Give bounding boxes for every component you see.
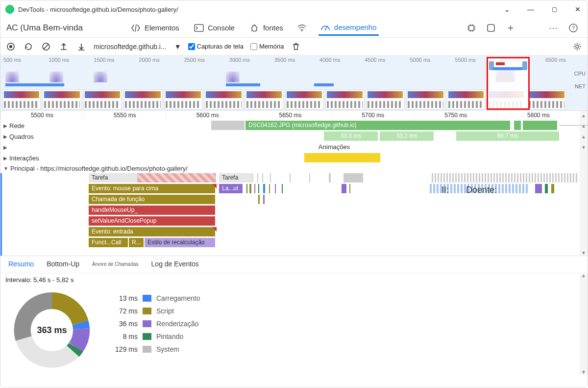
trash-button[interactable]: [291, 41, 301, 52]
track-animations[interactable]: ▶ Animações ▼: [0, 142, 588, 153]
scroll-down[interactable]: ▼: [581, 369, 586, 375]
legend-swatch: [143, 320, 151, 327]
chevron-down-icon[interactable]: ⌄: [502, 5, 512, 13]
legend-swatch: [143, 308, 151, 314]
legend-ms: 13 ms: [108, 294, 138, 302]
tab-network-icon-only[interactable]: [296, 21, 308, 35]
task-bar[interactable]: Tarefa: [89, 173, 138, 182]
tick: 3500 ms: [271, 57, 317, 65]
screenshots-input[interactable]: [188, 43, 195, 50]
tab-elements[interactable]: Elementos: [129, 21, 181, 35]
legend-swatch: [143, 295, 151, 302]
expand-icon[interactable]: ▶: [3, 155, 7, 161]
track-network[interactable]: ▶Rede DSC04162.JPG (microsoftedge.github…: [0, 120, 588, 131]
track-interactions[interactable]: ▶Interações: [0, 153, 588, 163]
network-item[interactable]: [514, 121, 521, 130]
overview-timeline[interactable]: 500 ms 1000 ms 1500 ms 2000 ms 2500 ms 3…: [0, 55, 588, 110]
thumbnail: [2, 90, 41, 109]
event-bar[interactable]: Evento: mouse para cima: [89, 184, 215, 193]
network-item[interactable]: DSC04162.JPG (microsoftedge.github.io): [245, 121, 510, 130]
thumbnail: [164, 90, 202, 109]
call-bar[interactable]: Chamada de função: [89, 195, 215, 204]
layout-bar[interactable]: La...ut: [219, 184, 243, 193]
expand-icon[interactable]: ▶: [3, 134, 7, 139]
close-button[interactable]: ✕: [573, 5, 583, 13]
fn-bar[interactable]: Funct...Call: [89, 238, 128, 247]
scroll-up[interactable]: ▲: [580, 131, 588, 142]
legend-label: Renderização: [156, 320, 198, 328]
memory-input[interactable]: [250, 43, 257, 50]
minimize-button[interactable]: —: [526, 5, 536, 13]
legend-ms: 8 ms: [108, 333, 138, 340]
reload-button[interactable]: [23, 41, 34, 52]
maximize-button[interactable]: ▢: [549, 6, 559, 13]
ruler-tick: 5750 ms: [414, 111, 497, 120]
event-bar[interactable]: Evento: entrada: [89, 227, 215, 236]
scroll-up[interactable]: ▲: [580, 110, 588, 120]
recalc-bar[interactable]: Estilo de recalculação: [145, 238, 215, 247]
track-main-header[interactable]: ▼Principal - https://microsoftedge.githu…: [0, 163, 588, 173]
tick: 1500 ms: [91, 57, 136, 65]
flame-chart[interactable]: Tarefa Tarefa Evento: mouse para cima La…: [89, 173, 580, 256]
task-bar[interactable]: Tarefa: [219, 173, 253, 182]
frame-bar[interactable]: 66.7 ms: [456, 131, 559, 141]
tab-performance[interactable]: desempenho: [318, 20, 379, 36]
svg-rect-4: [469, 26, 474, 30]
fn-bar[interactable]: setValueAndClosePopup: [89, 216, 215, 226]
screenshots-checkbox[interactable]: Capturas de tela: [188, 43, 244, 50]
ruler-tick: 5800 ms: [497, 111, 580, 120]
expand-icon[interactable]: ▶: [3, 123, 7, 129]
collapse-icon[interactable]: ▼: [3, 166, 8, 171]
tab-group: Elementos Console fontes desempenho: [129, 20, 466, 36]
legend-label: Script: [156, 307, 174, 315]
tab-resumo[interactable]: Resumo: [8, 260, 34, 269]
recording-picker[interactable]: microsoftedge.github.i... ▼: [94, 43, 181, 51]
memory-checkbox[interactable]: Memória: [250, 43, 284, 50]
track-frames[interactable]: ▶Quadros 33.3 ms 33.2 ms 66.7 ms ▲: [0, 131, 588, 142]
svg-point-2: [301, 30, 302, 31]
scroll-down[interactable]: ▼: [580, 173, 588, 256]
expand-icon[interactable]: ▶: [3, 145, 7, 150]
overview-selection[interactable]: [487, 57, 530, 110]
tab-bottomup[interactable]: Bottom-Up: [47, 260, 79, 269]
tick: 1000 ms: [46, 57, 91, 65]
tab-label: desempenho: [334, 23, 377, 31]
tab-calltree[interactable]: Árvore de Chamadas: [92, 261, 139, 268]
console-icon: [194, 24, 204, 32]
thumbnail: [406, 90, 444, 109]
summary-body: 363 ms 13 msCarregamento 72 msScript 36 …: [0, 286, 588, 372]
frame-bar[interactable]: 33.2 ms: [380, 131, 434, 141]
interval-label: Intervalo: 5,46 s - 5,82 s: [0, 273, 588, 286]
thumbnail: [366, 90, 404, 109]
tick: 6500 ms: [542, 57, 588, 65]
interaction-bar[interactable]: [304, 153, 380, 162]
network-item[interactable]: [523, 121, 557, 130]
tick: 500 ms: [0, 57, 46, 65]
overview-cpu-waves: [0, 65, 568, 82]
scroll-up[interactable]: ▲: [580, 120, 588, 131]
help-icon[interactable]: ?: [568, 23, 579, 33]
plus-icon[interactable]: ＋: [505, 23, 516, 33]
settings-button[interactable]: [572, 41, 583, 52]
memory-label: Memória: [259, 43, 284, 50]
fn-bar[interactable]: R...: [129, 238, 144, 247]
tab-sources[interactable]: fontes: [247, 21, 285, 35]
chip-icon[interactable]: [466, 23, 477, 33]
upload-button[interactable]: [58, 41, 69, 52]
clear-button[interactable]: [41, 41, 51, 52]
more-icon[interactable]: ⋯: [548, 23, 559, 33]
legend-label: Pintando: [156, 333, 183, 340]
scroll-up[interactable]: ▲: [581, 273, 586, 278]
scroll-down[interactable]: ▼: [580, 142, 588, 153]
tabrow-right-icons: ＋ ⋯ ?: [466, 23, 582, 33]
tab-label: fontes: [263, 24, 283, 32]
dock-icon[interactable]: [486, 23, 496, 33]
tab-eventlog[interactable]: Log de Eventos: [151, 260, 199, 269]
download-button[interactable]: [76, 41, 87, 52]
thumbnail: [43, 90, 81, 109]
wifi-icon: [297, 24, 307, 32]
fn-bar[interactable]: handleMouseUp_: [89, 206, 215, 215]
frame-bar[interactable]: 33.3 ms: [324, 131, 378, 141]
tab-console[interactable]: Console: [192, 21, 237, 35]
record-button[interactable]: [5, 41, 16, 52]
